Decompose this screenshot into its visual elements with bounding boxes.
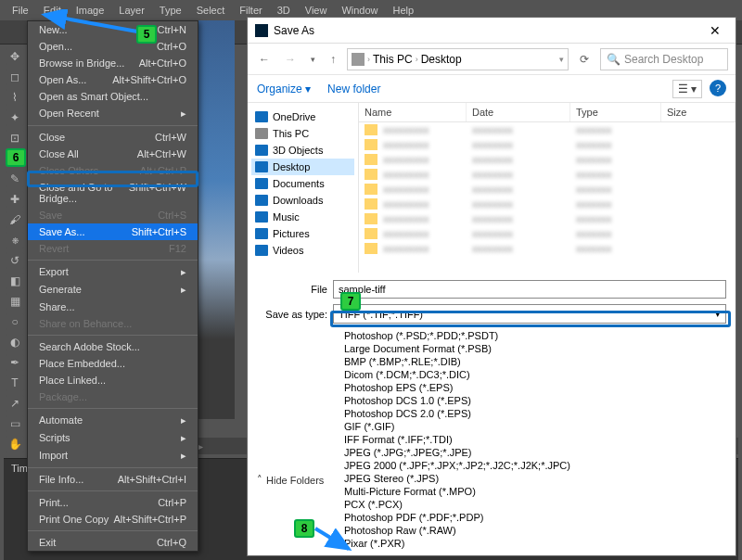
file-row[interactable]: xxxxxxxxxxxxxxxxxxxxxxxx — [359, 152, 736, 167]
file-row[interactable]: xxxxxxxxxxxxxxxxxxxxxxxx — [359, 241, 736, 256]
format-option[interactable]: Photoshop EPS (*.EPS) — [340, 381, 726, 394]
format-option[interactable]: Large Document Format (*.PSB) — [340, 342, 726, 355]
menu-item[interactable]: Generate▸ — [28, 281, 198, 299]
crop-tool[interactable]: ⊡ — [6, 130, 24, 146]
history-brush[interactable]: ↺ — [6, 252, 24, 269]
file-row[interactable]: xxxxxxxxxxxxxxxxxxxxxxxx — [359, 182, 736, 197]
tree-item[interactable]: Pictures — [251, 225, 354, 242]
menu-item[interactable]: Open as Smart Object... — [28, 88, 198, 105]
menu-item[interactable]: Place Embedded... — [28, 355, 198, 372]
forward-button[interactable]: → — [281, 51, 300, 68]
format-option[interactable]: JPEG 2000 (*.JPF;*.JPX;*.JP2;*.J2C;*.J2K… — [340, 459, 726, 472]
pen-tool[interactable]: ✒ — [6, 354, 24, 371]
view-button[interactable]: ☰ ▾ — [672, 80, 702, 98]
format-option[interactable]: PNG (*.PNG;*.PNG) — [340, 550, 726, 552]
wand-tool[interactable]: ✦ — [6, 109, 24, 126]
menu-item[interactable]: CloseCtrl+W — [28, 129, 198, 146]
menu-type[interactable]: Type — [153, 2, 188, 19]
format-option[interactable]: Multi-Picture Format (*.MPO) — [340, 485, 726, 498]
menu-item[interactable]: Open Recent▸ — [28, 105, 198, 122]
brush-tool[interactable]: 🖌 — [6, 211, 24, 228]
heal-tool[interactable]: ✚ — [6, 191, 24, 208]
tree-item[interactable]: This PC — [251, 125, 354, 142]
tree-item[interactable]: Desktop — [251, 159, 354, 175]
format-option[interactable]: JPEG (*.JPG;*.JPEG;*.JPE) — [340, 446, 726, 459]
tree-item[interactable]: Music — [251, 209, 354, 225]
format-option[interactable]: IFF Format (*.IFF;*.TDI) — [340, 433, 726, 446]
type-select[interactable]: TIFF (*.TIF;*.TIFF)▾ — [333, 304, 726, 324]
tree-item[interactable]: OneDrive — [251, 108, 354, 125]
column-headers[interactable]: Name Date Type Size — [359, 103, 736, 122]
file-row[interactable]: xxxxxxxxxxxxxxxxxxxxxxxx — [359, 122, 736, 137]
menu-item[interactable]: Close AllAlt+Ctrl+W — [28, 146, 198, 162]
search-input[interactable]: 🔍Search Desktop — [600, 48, 728, 70]
format-option[interactable]: GIF (*.GIF) — [340, 420, 726, 433]
format-option[interactable]: Photoshop DCS 2.0 (*.EPS) — [340, 407, 726, 420]
menu-item[interactable]: Place Linked... — [28, 372, 198, 388]
menu-item[interactable]: Automate▸ — [28, 412, 198, 429]
file-row[interactable]: xxxxxxxxxxxxxxxxxxxxxxxx — [359, 226, 736, 241]
move-tool[interactable]: ✥ — [6, 48, 24, 65]
format-option[interactable]: Pixar (*.PXR) — [340, 537, 726, 550]
format-option[interactable]: Photoshop PDF (*.PDF;*.PDP) — [340, 511, 726, 524]
file-row[interactable]: xxxxxxxxxxxxxxxxxxxxxxxx — [359, 197, 736, 211]
marquee-tool[interactable]: ◻ — [6, 69, 24, 85]
eyedropper-tool[interactable]: ✎ — [6, 171, 24, 187]
format-option[interactable]: Dicom (*.DCM;*.DC3;*.DIC) — [340, 368, 726, 381]
format-option[interactable]: Photoshop (*.PSD;*.PDD;*.PSDT) — [340, 329, 726, 342]
menu-item[interactable]: Share... — [28, 299, 198, 315]
menu-item[interactable]: Close and Go to Bridge...Shift+Ctrl+W — [28, 179, 198, 207]
menu-select[interactable]: Select — [190, 2, 232, 19]
type-tool[interactable]: T — [6, 375, 24, 391]
menu-item[interactable]: ExitCtrl+Q — [28, 534, 198, 551]
menu-item[interactable]: File Info...Alt+Shift+Ctrl+I — [28, 471, 198, 488]
recent-dropdown[interactable]: ▾ — [307, 53, 319, 66]
format-option[interactable]: JPEG Stereo (*.JPS) — [340, 472, 726, 485]
menu-item[interactable]: Save As...Shift+Ctrl+S — [28, 223, 198, 240]
menu-file[interactable]: File — [6, 2, 35, 19]
gradient-tool[interactable]: ▦ — [6, 293, 24, 310]
new-folder-button[interactable]: New folder — [327, 83, 380, 95]
filename-input[interactable] — [333, 280, 726, 299]
refresh-button[interactable]: ⟳ — [576, 51, 593, 68]
format-option[interactable]: Photoshop DCS 1.0 (*.EPS) — [340, 394, 726, 407]
lasso-tool[interactable]: ⌇ — [6, 89, 24, 106]
back-button[interactable]: ← — [255, 51, 274, 68]
menu-item[interactable]: Export▸ — [28, 263, 198, 281]
file-row[interactable]: xxxxxxxxxxxxxxxxxxxxxxxx — [359, 167, 736, 182]
organize-button[interactable]: Organize ▾ — [257, 83, 311, 95]
tree-item[interactable]: Documents — [251, 175, 354, 192]
stamp-tool[interactable]: ⎈ — [6, 232, 24, 248]
menu-item[interactable]: Search Adobe Stock... — [28, 338, 198, 355]
eraser-tool[interactable]: ◧ — [6, 273, 24, 289]
menu-item[interactable]: Print One CopyAlt+Shift+Ctrl+P — [28, 511, 198, 528]
menu-image[interactable]: Image — [70, 2, 111, 19]
up-button[interactable]: ↑ — [326, 51, 339, 68]
menu-item[interactable]: Open...Ctrl+O — [28, 38, 198, 55]
menu-edit[interactable]: Edit — [37, 2, 68, 19]
tree-item[interactable]: 3D Objects — [251, 142, 354, 159]
file-row[interactable]: xxxxxxxxxxxxxxxxxxxxxxxx — [359, 211, 736, 226]
format-option[interactable]: BMP (*.BMP;*.RLE;*.DIB) — [340, 355, 726, 368]
hide-folders-button[interactable]: ˄Hide Folders — [257, 474, 324, 486]
menu-item[interactable]: Open As...Alt+Shift+Ctrl+O — [28, 71, 198, 88]
tree-item[interactable]: Videos — [251, 242, 354, 259]
help-button[interactable]: ? — [710, 80, 726, 96]
file-row[interactable]: xxxxxxxxxxxxxxxxxxxxxxxx — [359, 137, 736, 152]
tree-item[interactable]: Downloads — [251, 192, 354, 209]
menu-layer[interactable]: Layer — [112, 2, 151, 19]
format-option[interactable]: PCX (*.PCX) — [340, 498, 726, 511]
shape-tool[interactable]: ▭ — [6, 415, 24, 432]
menu-item[interactable]: Scripts▸ — [28, 429, 198, 447]
close-dialog-button[interactable]: ✕ — [702, 21, 728, 40]
hand-tool[interactable]: ✋ — [6, 436, 24, 452]
menu-item[interactable]: Print...Ctrl+P — [28, 494, 198, 511]
dodge-tool[interactable]: ◐ — [6, 334, 24, 350]
menu-item[interactable]: Import▸ — [28, 447, 198, 465]
address-bar[interactable]: › This PC › Desktop ▾ — [347, 48, 569, 70]
format-option[interactable]: Photoshop Raw (*.RAW) — [340, 524, 726, 537]
menu-item[interactable]: Browse in Bridge...Alt+Ctrl+O — [28, 55, 198, 71]
path-tool[interactable]: ↗ — [6, 395, 24, 412]
menu-item[interactable]: New...Ctrl+N — [28, 21, 198, 38]
blur-tool[interactable]: ○ — [6, 313, 24, 330]
